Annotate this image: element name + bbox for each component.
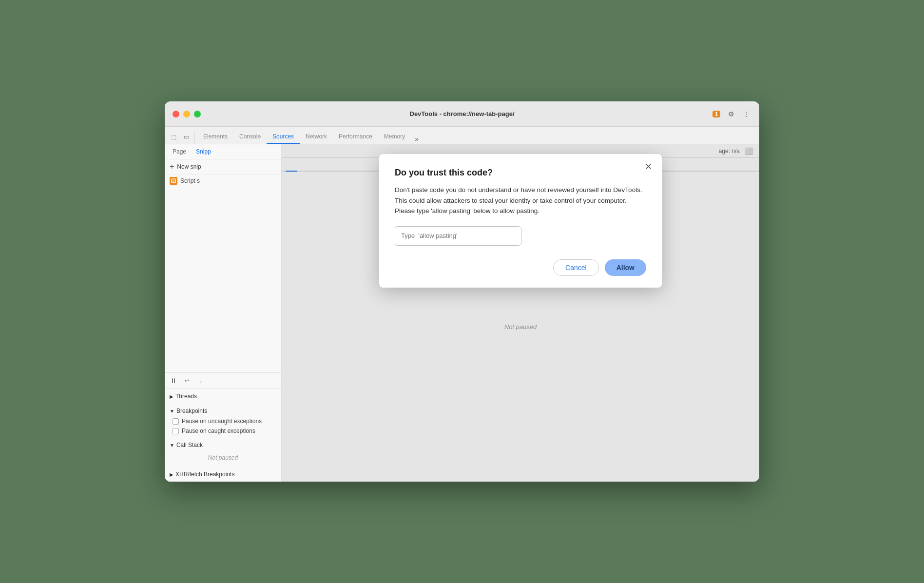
new-snip-button[interactable]: + New snip bbox=[165, 159, 281, 175]
file-item-label: Script s bbox=[180, 177, 200, 184]
new-snip-label: New snip bbox=[177, 163, 201, 170]
tab-console[interactable]: Console bbox=[233, 130, 267, 144]
sidebar-tab-snippets[interactable]: Snipp bbox=[192, 146, 215, 157]
dialog-title: Do you trust this code? bbox=[395, 168, 646, 178]
trust-dialog: ✕ Do you trust this code? Don't paste co… bbox=[379, 154, 662, 288]
file-icon bbox=[170, 177, 177, 185]
breakpoints-chevron-icon: ▼ bbox=[170, 408, 174, 414]
xhr-breakpoints-header[interactable]: ▶ XHR/fetch Breakpoints bbox=[165, 469, 281, 480]
not-paused-left: Not paused bbox=[165, 450, 281, 465]
allow-button[interactable]: Allow bbox=[605, 259, 646, 276]
sidebar-bottom: ⏸ ↩ ↓ ▶ Threads ▼ bbox=[165, 372, 281, 482]
call-stack-section: ▼ Call Stack Not paused bbox=[165, 438, 281, 467]
pause-uncaught-label: Pause on uncaught exceptions bbox=[182, 418, 262, 425]
plus-icon: + bbox=[170, 162, 174, 171]
pause-caught-item: Pause on caught exceptions bbox=[165, 426, 281, 436]
devtools-body: ⬚ ▭ Elements Console Sources Network Per… bbox=[165, 127, 759, 482]
threads-chevron-icon: ▶ bbox=[170, 394, 173, 399]
debugger-toolbar: ⏸ ↩ ↓ bbox=[165, 373, 281, 389]
content-area: age: n/a ⬜ Not paused ✕ bbox=[282, 144, 759, 482]
window-title: DevTools - chrome://new-tab-page/ bbox=[409, 110, 514, 117]
allow-pasting-input[interactable] bbox=[395, 226, 521, 246]
dialog-buttons: Cancel Allow bbox=[395, 259, 646, 276]
settings-icon[interactable]: ⚙ bbox=[726, 109, 736, 119]
pause-caught-label: Pause on caught exceptions bbox=[182, 428, 255, 434]
xhr-breakpoints-section: ▶ XHR/fetch Breakpoints bbox=[165, 467, 281, 482]
call-stack-header[interactable]: ▼ Call Stack bbox=[165, 440, 281, 450]
sidebar-tab-page[interactable]: Page bbox=[169, 146, 190, 157]
call-stack-chevron-icon: ▼ bbox=[170, 443, 174, 448]
devtools-main: Page Snipp + New snip bbox=[165, 144, 759, 482]
breakpoints-section: ▼ Breakpoints Pause on uncaught exceptio… bbox=[165, 404, 281, 438]
step-over-icon[interactable]: ↩ bbox=[182, 376, 192, 386]
device-icon[interactable]: ▭ bbox=[181, 132, 191, 142]
script-file-item[interactable]: Script s bbox=[165, 175, 281, 187]
dialog-body: Don't paste code you do not understand o… bbox=[395, 185, 646, 216]
tab-sources[interactable]: Sources bbox=[267, 130, 300, 144]
threads-label: Threads bbox=[175, 393, 197, 400]
app-window: DevTools - chrome://new-tab-page/ 1 ⚙ ⋮ … bbox=[165, 101, 759, 482]
cursor-icon[interactable]: ⬚ bbox=[169, 132, 178, 142]
step-into-icon[interactable]: ↓ bbox=[196, 376, 206, 386]
tab-network[interactable]: Network bbox=[300, 130, 333, 144]
pause-icon[interactable]: ⏸ bbox=[169, 376, 178, 386]
cancel-button[interactable]: Cancel bbox=[553, 259, 599, 276]
tab-memory[interactable]: Memory bbox=[378, 130, 411, 144]
title-bar-actions: 1 ⚙ ⋮ bbox=[712, 109, 751, 119]
pause-uncaught-checkbox[interactable] bbox=[173, 418, 179, 425]
pause-caught-checkbox[interactable] bbox=[173, 428, 179, 434]
sidebar: Page Snipp + New snip bbox=[165, 144, 282, 482]
pause-uncaught-item: Pause on uncaught exceptions bbox=[165, 416, 281, 426]
minimize-button[interactable] bbox=[183, 111, 190, 117]
xhr-breakpoints-label: XHR/fetch Breakpoints bbox=[175, 471, 234, 478]
svg-rect-0 bbox=[172, 179, 175, 183]
dialog-close-button[interactable]: ✕ bbox=[642, 161, 654, 173]
breakpoints-header[interactable]: ▼ Breakpoints bbox=[165, 406, 281, 416]
traffic-lights bbox=[173, 111, 201, 117]
sidebar-tabs: Page Snipp bbox=[165, 144, 281, 159]
modal-overlay: ✕ Do you trust this code? Don't paste co… bbox=[282, 144, 759, 482]
more-options-icon[interactable]: ⋮ bbox=[742, 109, 751, 119]
tab-performance[interactable]: Performance bbox=[333, 130, 378, 144]
threads-section: ▶ Threads bbox=[165, 389, 281, 404]
notification-badge: 1 bbox=[712, 111, 720, 117]
threads-header[interactable]: ▶ Threads bbox=[165, 391, 281, 402]
xhr-chevron-icon: ▶ bbox=[170, 472, 173, 477]
breakpoints-label: Breakpoints bbox=[176, 408, 207, 414]
devtools-tabs-bar: ⬚ ▭ Elements Console Sources Network Per… bbox=[165, 127, 759, 144]
more-tabs-icon[interactable]: » bbox=[412, 134, 422, 144]
call-stack-label: Call Stack bbox=[176, 442, 203, 448]
maximize-button[interactable] bbox=[194, 111, 201, 117]
tab-elements[interactable]: Elements bbox=[197, 130, 233, 144]
title-bar: DevTools - chrome://new-tab-page/ 1 ⚙ ⋮ bbox=[165, 101, 759, 127]
close-button[interactable] bbox=[173, 111, 179, 117]
